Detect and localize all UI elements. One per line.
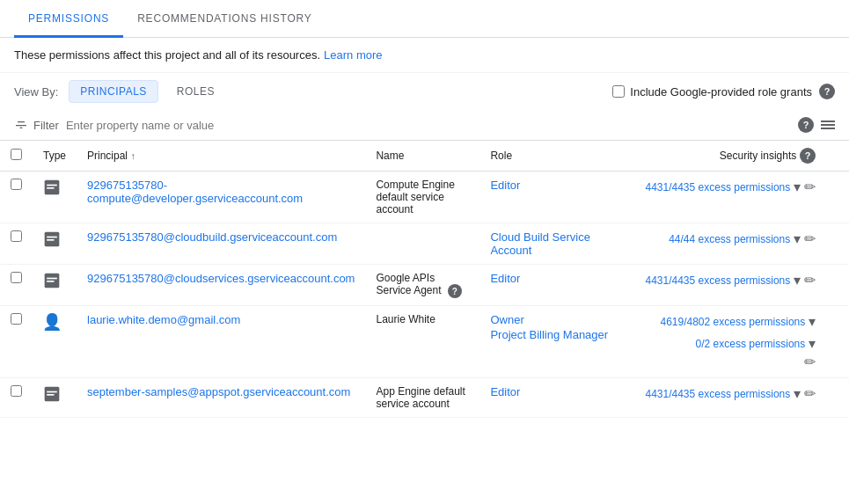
table-row: 929675135780@cloudbuild.gserviceaccount.… <box>0 223 849 265</box>
header-actions-col <box>826 141 849 172</box>
table-row: 929675135780-compute@developer.gservicea… <box>0 172 849 223</box>
filter-label: Filter <box>33 119 59 132</box>
header-type-col: Type <box>33 141 77 172</box>
row1-checkbox[interactable] <box>11 179 22 190</box>
row2-checkbox[interactable] <box>11 230 22 242</box>
row3-role-link[interactable]: Editor <box>490 272 520 285</box>
table-row: september-samples@appspot.gserviceaccoun… <box>0 378 849 418</box>
name-help-icon[interactable]: ? <box>448 284 462 298</box>
view-by-bar: View By: Principals Roles Include Google… <box>0 73 849 110</box>
row3-role-cell: Editor <box>479 265 620 306</box>
service-account-icon <box>43 230 61 248</box>
row4-name-cell: Laurie White <box>365 306 479 378</box>
table-row: 👤 laurie.white.demo@gmail.com Laurie Whi… <box>0 306 849 378</box>
row1-excess-link[interactable]: 4431/4435 excess permissions <box>645 181 790 194</box>
row1-checkbox-cell <box>0 172 33 223</box>
filter-actions: ? <box>798 117 835 133</box>
row4-excess-link-1[interactable]: 4619/4802 excess permissions <box>660 316 805 328</box>
filter-input[interactable] <box>66 119 791 132</box>
row3-type-cell <box>33 265 77 306</box>
header-name-col: Name <box>365 141 479 172</box>
row4-type-cell: 👤 <box>33 306 77 378</box>
row4-role2-link[interactable]: Project Billing Manager <box>490 328 608 341</box>
row2-edit-icon[interactable]: ✏ <box>804 230 816 247</box>
info-bar: These permissions affect this project an… <box>0 38 849 73</box>
table-body: 929675135780-compute@developer.gservicea… <box>0 172 849 418</box>
row3-excess-link[interactable]: 4431/4435 excess permissions <box>645 274 790 287</box>
row2-excess-link[interactable]: 44/44 excess permissions <box>669 233 790 245</box>
row2-checkbox-cell <box>0 223 33 265</box>
include-help-icon[interactable]: ? <box>819 84 835 99</box>
header-principal-col[interactable]: Principal ↑ <box>77 141 365 172</box>
row5-role-link[interactable]: Editor <box>490 385 520 398</box>
svg-rect-4 <box>47 237 57 238</box>
svg-rect-2 <box>47 187 54 189</box>
row3-principal-link[interactable]: 929675135780@cloudservices.gserviceaccou… <box>87 272 355 285</box>
row4-edit-icon[interactable]: ✏ <box>631 354 816 370</box>
row4-role-item-2: Project Billing Manager <box>490 328 610 341</box>
row2-role-cell: Cloud Build Service Account <box>479 223 620 265</box>
filter-help-icon[interactable]: ? <box>798 117 814 133</box>
header-role-col: Role <box>479 141 620 172</box>
row5-name-cell: App Engine default service account <box>365 378 479 418</box>
row4-principal-link[interactable]: laurie.white.demo@gmail.com <box>87 313 240 326</box>
filter-icon-area: Filter <box>14 118 59 132</box>
density-icon[interactable] <box>821 121 835 129</box>
row2-dropdown-icon[interactable]: ▾ <box>794 230 801 247</box>
service-account-icon <box>43 272 61 289</box>
row3-checkbox[interactable] <box>11 272 22 283</box>
include-checkbox-label[interactable]: Include Google-provided role grants <box>612 85 812 99</box>
row5-type-cell <box>33 378 77 418</box>
header-checkbox-col <box>0 141 33 172</box>
row3-edit-icon[interactable]: ✏ <box>804 272 816 289</box>
svg-rect-5 <box>47 239 54 241</box>
permissions-table: Type Principal ↑ Name Role Security insi… <box>0 141 849 418</box>
row5-principal-link[interactable]: september-samples@appspot.gserviceaccoun… <box>87 385 350 398</box>
row4-dropdown2-icon[interactable]: ▾ <box>809 335 816 352</box>
security-help-icon[interactable]: ? <box>800 148 816 164</box>
row5-principal-cell: september-samples@appspot.gserviceaccoun… <box>77 378 365 418</box>
row4-checkbox-cell <box>0 306 33 378</box>
row1-security-cell: 4431/4435 excess permissions ▾ ✏ <box>620 172 826 223</box>
row5-dropdown-icon[interactable]: ▾ <box>794 385 801 402</box>
tab-permissions[interactable]: Permissions <box>14 0 123 38</box>
row5-excess-link[interactable]: 4431/4435 excess permissions <box>645 388 790 400</box>
service-account-icon <box>43 385 61 403</box>
learn-more-link[interactable]: Learn more <box>324 48 382 62</box>
person-icon: 👤 <box>43 313 61 331</box>
select-all-checkbox[interactable] <box>11 149 22 160</box>
row2-role-link[interactable]: Cloud Build Service Account <box>490 230 589 257</box>
view-roles-button[interactable]: Roles <box>165 80 226 103</box>
row3-checkbox-cell <box>0 265 33 306</box>
row5-checkbox[interactable] <box>11 385 22 397</box>
row4-role-item-1: Owner <box>490 313 610 326</box>
row5-checkbox-cell <box>0 378 33 418</box>
row4-dropdown1-icon[interactable]: ▾ <box>809 313 816 330</box>
tabs-bar: Permissions Recommendations History <box>0 0 849 38</box>
row3-principal-cell: 929675135780@cloudservices.gserviceaccou… <box>77 265 365 306</box>
row4-security-1: 4619/4802 excess permissions ▾ <box>660 313 816 330</box>
row3-name-cell: Google APIs Service Agent ? <box>365 265 479 306</box>
row2-principal-link[interactable]: 929675135780@cloudbuild.gserviceaccount.… <box>87 230 337 244</box>
row5-edit-icon[interactable]: ✏ <box>804 385 816 402</box>
svg-rect-10 <box>47 391 57 393</box>
sort-arrow-icon: ↑ <box>130 150 135 161</box>
row1-edit-icon[interactable]: ✏ <box>804 179 816 195</box>
include-checkbox[interactable] <box>612 85 625 98</box>
view-principals-button[interactable]: Principals <box>69 80 157 103</box>
view-by-label: View By: <box>14 85 58 99</box>
row1-principal-cell: 929675135780-compute@developer.gservicea… <box>77 172 365 223</box>
service-account-icon <box>43 179 61 196</box>
row4-checkbox[interactable] <box>11 313 22 325</box>
row1-role-link[interactable]: Editor <box>490 179 520 192</box>
header-security-col: Security insights ? <box>620 141 826 172</box>
row2-security-cell: 44/44 excess permissions ▾ ✏ <box>620 223 826 265</box>
row4-excess-link-2[interactable]: 0/2 excess permissions <box>696 338 806 350</box>
row1-name-cell: Compute Engine default service account <box>365 172 479 223</box>
row3-dropdown-icon[interactable]: ▾ <box>794 272 801 289</box>
row4-security-cell: 4619/4802 excess permissions ▾ 0/2 exces… <box>620 306 826 378</box>
row1-principal-link[interactable]: 929675135780-compute@developer.gservicea… <box>87 179 303 205</box>
row1-dropdown-icon[interactable]: ▾ <box>794 179 801 195</box>
row4-role1-link[interactable]: Owner <box>490 313 523 326</box>
tab-recommendations-history[interactable]: Recommendations History <box>123 0 326 38</box>
